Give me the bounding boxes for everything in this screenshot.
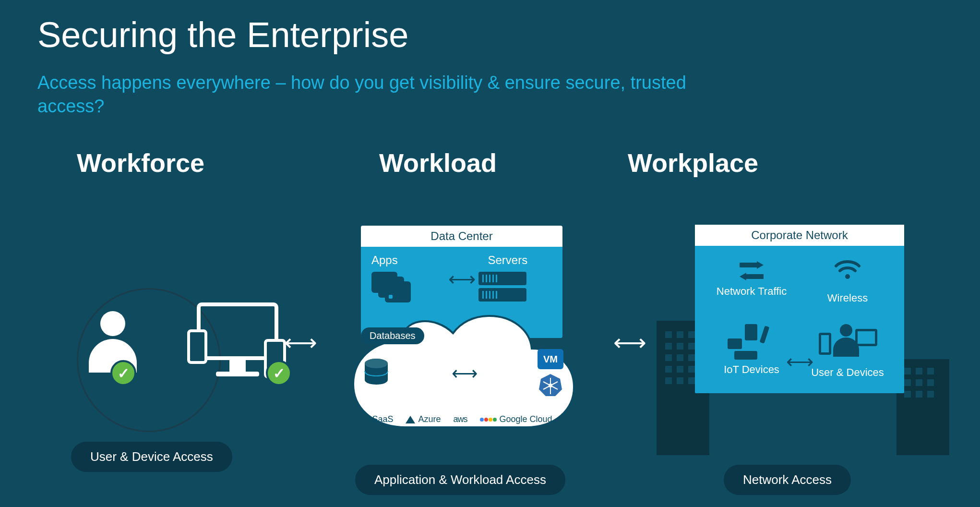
provider-aws: aws <box>453 414 467 424</box>
workplace-heading: Workplace <box>628 148 758 178</box>
bidirectional-arrow-icon: ⟷ <box>452 362 478 384</box>
user-devices-label: User & Devices <box>811 366 884 379</box>
network-traffic-icon <box>738 258 765 279</box>
workforce-caption: User & Device Access <box>71 442 232 472</box>
databases-label: Databases <box>361 327 424 344</box>
network-traffic-label: Network Traffic <box>717 285 787 298</box>
checkmark-badge-icon: ✓ <box>266 360 292 386</box>
bidirectional-arrow-icon: ⟷ <box>284 331 317 354</box>
cloud-panel: Databases ⟷ VM <box>344 307 581 432</box>
workload-heading: Workload <box>379 148 497 178</box>
user-devices-item: User & Devices <box>811 324 884 379</box>
database-icon <box>361 358 392 388</box>
google-dots-icon <box>480 418 497 422</box>
page-title: Securing the Enterprise <box>37 14 408 55</box>
datacenter-title: Data Center <box>361 226 562 247</box>
apps-icon <box>371 272 412 302</box>
wireless-label: Wireless <box>827 292 868 304</box>
azure-icon <box>406 416 415 423</box>
iot-devices-item: IoT Devices <box>724 324 779 376</box>
wireless-item: Wireless <box>827 258 868 305</box>
svg-point-10 <box>845 274 850 279</box>
provider-azure: Azure <box>406 414 441 424</box>
workload-caption: Application & Workload Access <box>355 465 565 495</box>
building-icon <box>896 359 949 455</box>
corporate-network-title: Corporate Network <box>695 225 904 246</box>
corporate-network-panel: Corporate Network Network Traffic Wirele… <box>695 225 904 393</box>
kubernetes-icon <box>538 373 562 397</box>
workforce-diagram: ✓ ✓ <box>58 269 259 432</box>
network-traffic-item: Network Traffic <box>717 258 787 298</box>
bidirectional-arrow-icon: ⟷ <box>448 268 476 290</box>
apps-label: Apps <box>371 254 445 267</box>
bidirectional-arrow-icon: ⟷ <box>613 331 646 354</box>
wifi-icon <box>834 258 861 286</box>
checkmark-badge-icon: ✓ <box>110 360 136 386</box>
iot-devices-icon <box>728 324 776 358</box>
workplace-caption: Network Access <box>724 465 851 495</box>
servers-label: Servers <box>488 254 552 267</box>
provider-google-cloud: Google Cloud <box>480 414 552 424</box>
svg-point-1 <box>365 359 388 368</box>
workforce-heading: Workforce <box>77 148 204 178</box>
bidirectional-arrow-icon: ⟷ <box>786 350 813 373</box>
user-devices-icon <box>819 324 876 361</box>
iot-devices-label: IoT Devices <box>724 363 779 376</box>
servers-icon <box>478 272 526 302</box>
page-subtitle: Access happens everywhere – how do you g… <box>37 71 709 119</box>
workload-diagram: Data Center Apps ⟷ Servers Databases <box>347 226 577 475</box>
vm-badge: VM <box>538 349 563 369</box>
cloud-providers-row: SaaS Azure aws Google Cloud <box>344 414 581 424</box>
workplace-diagram: Corporate Network Network Traffic Wirele… <box>657 225 935 474</box>
provider-saas: SaaS <box>372 414 393 424</box>
